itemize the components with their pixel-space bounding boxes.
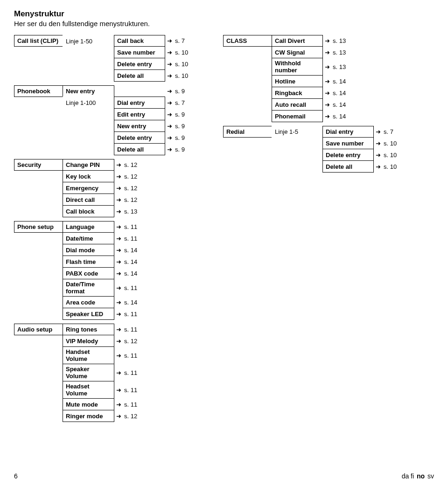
arrow-icon: ➜ — [167, 61, 172, 68]
page-ref: ➜s. 11 — [114, 221, 144, 233]
arrow-icon: ➜ — [167, 88, 172, 95]
arrow-icon: ➜ — [167, 146, 172, 153]
menu-call-list: Call list (CLIP) Linje 1-50 Call back ➜s… — [14, 35, 205, 82]
menu-phonebook: Phonebook New entry ➜s. 9 Linje 1-100 Di… — [14, 85, 205, 155]
redial-label: Redial — [223, 126, 272, 138]
audio-setup-item: Headset Volume — [63, 381, 114, 399]
arrow-icon: ➜ — [116, 338, 121, 345]
class-item: CW Signal — [272, 46, 323, 58]
page-ref: ➜s. 14 — [114, 297, 144, 308]
arrow-icon: ➜ — [167, 37, 172, 44]
phone-setup-item: Area code — [63, 296, 114, 308]
page-ref: ➜s. 14 — [114, 268, 144, 279]
arrow-icon: ➜ — [116, 247, 121, 254]
arrow-icon: ➜ — [116, 235, 121, 242]
audio-setup-item: Speaker Volume — [63, 364, 114, 381]
menu-security: Security Change PIN ➜s. 12 Key lock ➜s. … — [14, 159, 205, 217]
class-item: Withhold number — [272, 58, 323, 76]
audio-setup-item: VIP Melody — [63, 335, 114, 347]
arrow-icon: ➜ — [325, 90, 330, 97]
arrow-icon: ➜ — [167, 123, 172, 130]
page-ref: ➜s. 9 — [165, 144, 195, 155]
page-subtitle: Her ser du den fullstendige menystruktur… — [14, 20, 434, 28]
arrow-icon: ➜ — [116, 413, 121, 420]
page-ref: ➜s. 10 — [165, 58, 195, 70]
arrow-icon: ➜ — [116, 352, 121, 359]
page-ref: ➜s. 11 — [114, 233, 144, 244]
security-item: Emergency — [63, 182, 114, 194]
arrow-icon: ➜ — [325, 78, 330, 85]
security-label: Security — [14, 159, 63, 171]
arrow-icon: ➜ — [376, 128, 381, 135]
arrow-icon: ➜ — [167, 72, 172, 79]
page-ref: ➜s. 7 — [374, 126, 403, 138]
page-ref: ➜s. 11 — [114, 347, 144, 364]
page-ref: ➜s. 9 — [165, 109, 195, 120]
page-ref: ➜s. 10 — [374, 161, 403, 173]
page-ref: ➜s. 11 — [114, 279, 144, 297]
page-ref: ➜s. 12 — [114, 182, 144, 194]
page-ref: ➜s. 12 — [114, 194, 144, 206]
arrow-icon: ➜ — [116, 161, 121, 168]
menu-class: CLASS Call Divert ➜s. 13 CW Signal ➜s. 1… — [223, 35, 424, 122]
arrow-icon: ➜ — [325, 37, 330, 44]
page-ref: ➜s. 13 — [114, 206, 144, 217]
arrow-icon: ➜ — [325, 101, 330, 108]
phonebook-subitem: Edit entry — [114, 108, 165, 120]
call-list-range: Linje 1-50 — [63, 35, 114, 47]
menu-phone-setup: Phone setup Language ➜s. 11 Date/time ➜s… — [14, 221, 205, 320]
phonebook-subitem: Delete entry — [114, 131, 165, 144]
arrow-icon: ➜ — [116, 223, 121, 230]
arrow-icon: ➜ — [116, 299, 121, 306]
phone-setup-item: PABX code — [63, 267, 114, 279]
class-item: Ringback — [272, 87, 323, 99]
phone-setup-item: Language — [63, 221, 114, 233]
arrow-icon: ➜ — [325, 49, 330, 56]
page-ref: ➜s. 11 — [114, 308, 144, 320]
security-item: Call block — [63, 205, 114, 217]
arrow-icon: ➜ — [325, 113, 330, 120]
audio-setup-label: Audio setup — [14, 324, 63, 335]
arrow-icon: ➜ — [116, 173, 121, 180]
call-list-label: Call list (CLIP) — [14, 35, 63, 47]
page-ref: ➜s. 13 — [323, 35, 352, 47]
phonebook-label: Phonebook — [14, 85, 63, 97]
page-ref: ➜s. 7 — [165, 35, 195, 47]
page-ref: ➜s. 13 — [323, 47, 352, 58]
page-title: Menystruktur — [14, 9, 434, 19]
arrow-icon: ➜ — [325, 63, 330, 70]
call-list-item: Delete entry — [114, 58, 165, 70]
call-list-item: Save number — [114, 46, 165, 58]
arrow-icon: ➜ — [167, 99, 172, 106]
arrow-icon: ➜ — [167, 49, 172, 56]
page-ref: ➜s. 14 — [323, 99, 352, 111]
page-ref: ➜s. 9 — [165, 85, 195, 97]
page-ref: ➜s. 13 — [323, 58, 352, 76]
audio-setup-item: Handset Volume — [63, 346, 114, 364]
phonebook-range: Linje 1-100 — [63, 97, 114, 109]
page-ref: ➜s. 14 — [323, 87, 352, 99]
call-list-item: Delete all — [114, 69, 165, 82]
class-label: CLASS — [223, 35, 272, 47]
phonebook-subitem: Delete all — [114, 143, 165, 155]
arrow-icon: ➜ — [116, 387, 121, 394]
phonebook-subitem: New entry — [114, 120, 165, 132]
class-item: Phonemail — [272, 110, 323, 122]
page-ref: ➜s. 10 — [374, 138, 403, 149]
page-ref: ➜s. 9 — [165, 132, 195, 144]
security-item: Direct call — [63, 194, 114, 206]
arrow-icon: ➜ — [167, 134, 172, 141]
arrow-icon: ➜ — [116, 326, 121, 333]
arrow-icon: ➜ — [116, 270, 121, 277]
page-ref: ➜s. 11 — [114, 364, 144, 381]
page-ref: ➜s. 14 — [323, 111, 352, 122]
arrow-icon: ➜ — [116, 311, 121, 318]
page-ref: ➜s. 11 — [114, 324, 144, 335]
arrow-icon: ➜ — [167, 111, 172, 118]
redial-item: Save number — [322, 137, 374, 149]
arrow-icon: ➜ — [116, 185, 121, 192]
arrow-icon: ➜ — [116, 284, 121, 291]
page-ref: ➜s. 14 — [323, 76, 352, 87]
class-item: Auto recall — [272, 98, 323, 111]
page-ref: ➜s. 12 — [114, 410, 144, 422]
